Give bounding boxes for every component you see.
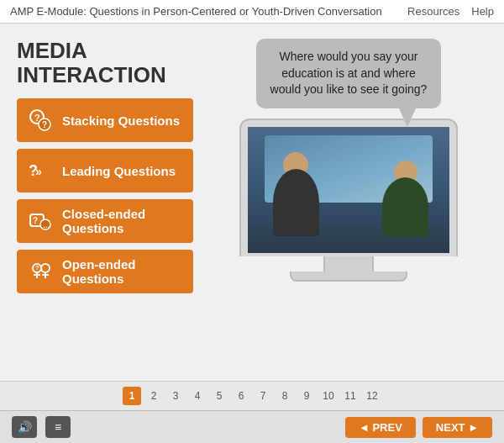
top-bar: AMP E-Module: Questions in Person-Center… [0,0,504,24]
next-button[interactable]: NEXT ► [423,417,492,438]
page-10[interactable]: 10 [319,387,338,405]
stacking-icon: ? ? [27,107,54,134]
closed-icon: ? … [27,208,54,235]
closed-questions-button[interactable]: ? … Closed-ended Questions [17,199,193,243]
page-6[interactable]: 6 [232,387,250,405]
panel-title: MEDIA INTERACTION [17,39,193,87]
stacking-label: Stacking Questions [62,113,180,128]
page-7[interactable]: 7 [254,387,272,405]
volume-icon: 🔊 [18,420,32,434]
module-title: AMP E-Module: Questions in Person-Center… [10,5,382,18]
leading-label: Leading Questions [62,164,176,178]
page-5[interactable]: 5 [210,387,228,405]
right-panel: Where would you say your education is at… [210,39,487,372]
footer: 🔊 ≡ ◄ PREV NEXT ► [0,410,504,443]
speech-bubble-text: Where would you say your education is at… [270,50,428,96]
volume-button[interactable]: 🔊 [12,416,37,438]
prev-button[interactable]: ◄ PREV [345,417,416,438]
page-8[interactable]: 8 [276,387,294,405]
monitor-base-foot [290,272,407,282]
leading-icon: ? » [27,157,54,184]
monitor-video[interactable]: ▶ 00:33/ 00:33 [248,127,449,253]
svg-text:?: ? [35,265,39,271]
speech-bubble: Where would you say your education is at… [256,39,441,108]
page-3[interactable]: 3 [166,387,185,405]
video-person2-body [382,177,428,236]
footer-right: ◄ PREV NEXT ► [345,417,492,438]
monitor: ▶ 00:33/ 00:33 [239,119,458,282]
page-9[interactable]: 9 [297,387,316,405]
top-bar-links: Resources Help [407,5,494,18]
page-4[interactable]: 4 [188,387,207,405]
captions-icon: ≡ [55,420,61,434]
svg-text:?: ? [33,216,38,225]
main-content: MEDIA INTERACTION ? ? Stacking Questions… [0,24,504,381]
page-1[interactable]: 1 [123,387,141,405]
monitor-screen-outer: ▶ 00:33/ 00:33 [239,119,458,256]
svg-text:»: » [35,165,42,178]
footer-left: 🔊 ≡ [12,416,71,438]
captions-button[interactable]: ≡ [45,416,71,438]
svg-text:?: ? [42,120,47,129]
open-questions-button[interactable]: ? Open-ended Questions [17,250,193,293]
help-link[interactable]: Help [471,5,494,18]
stacking-questions-button[interactable]: ? ? Stacking Questions [17,98,193,142]
svg-point-13 [41,264,50,272]
video-scene [248,127,449,253]
page-12[interactable]: 12 [363,387,381,405]
leading-questions-button[interactable]: ? » Leading Questions [17,149,193,192]
resources-link[interactable]: Resources [407,5,459,18]
pagination-bar: 1 2 3 4 5 6 7 8 9 10 11 12 [0,381,504,410]
open-icon: ? [27,258,54,285]
left-panel: MEDIA INTERACTION ? ? Stacking Questions… [17,39,193,372]
monitor-base-neck [323,256,374,272]
video-person1-body [273,169,319,236]
page-11[interactable]: 11 [341,387,360,405]
open-label: Open-ended Questions [62,257,183,286]
page-2[interactable]: 2 [144,387,163,405]
closed-label: Closed-ended Questions [62,207,183,235]
svg-text:…: … [43,221,50,229]
